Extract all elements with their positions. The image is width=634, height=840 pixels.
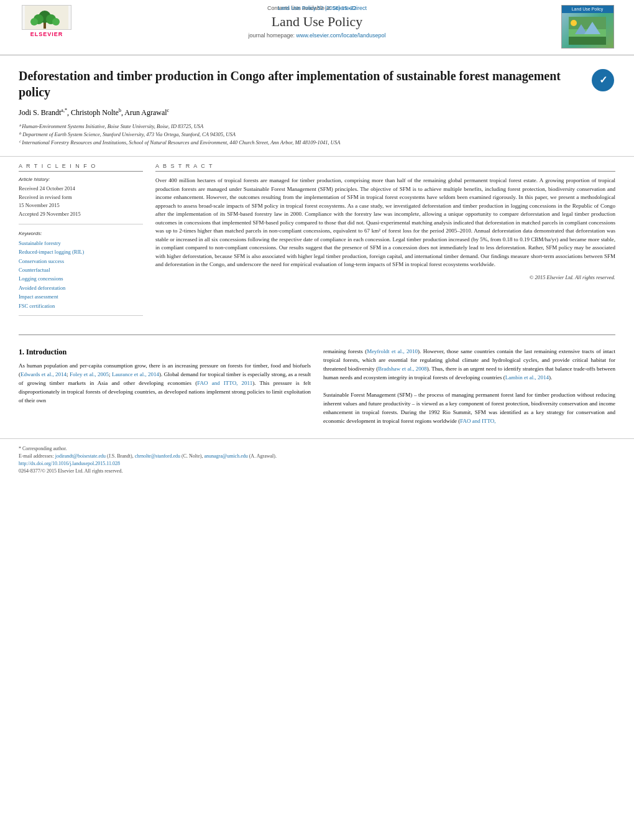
journal-logo: Land Use Policy [559, 5, 615, 48]
keywords-list: Sustainable forestry Reduced-impact logg… [19, 239, 143, 311]
journal-reference: Land Use Policy 52 (2016) 15–22 [278, 5, 356, 11]
svg-point-12 [571, 20, 577, 26]
elsevier-logo: ELSEVIER [19, 5, 75, 39]
keyword-2: Reduced-impact logging (RIL) [19, 247, 143, 256]
received-date-1: Received 24 October 2014 [19, 185, 143, 193]
ref-fao-itto[interactable]: FAO and ITTO, 2011 [197, 380, 252, 386]
keyword-7: Impact assessment [19, 292, 143, 301]
ref-lambin[interactable]: Lambin et al., 2014 [505, 374, 549, 381]
keywords-label: Keywords: [19, 231, 143, 236]
keyword-1: Sustainable forestry [19, 239, 143, 247]
section-divider [19, 335, 615, 335]
author-a-name: Jodi S. Brandt [19, 108, 61, 117]
abstract-text: Over 400 million hectares of tropical fo… [155, 177, 615, 269]
keywords-group: Keywords: Sustainable forestry Reduced-i… [19, 231, 143, 316]
article-history: Article history: Received 24 October 201… [19, 177, 143, 224]
intro-right-text: remaining forests (Meyfroldt et al., 201… [323, 348, 615, 425]
article-title-text: Deforestation and timber production in C… [19, 69, 561, 99]
affiliation-a: ᵃ Human-Environment Systems Initiative, … [19, 122, 615, 131]
ref-meyfroldt[interactable]: Meyfroldt et al., 2010 [367, 348, 418, 354]
crossmark-badge: ✓ [590, 68, 615, 93]
keyword-3: Conservation success [19, 257, 143, 265]
keyword-8: FSC certification [19, 302, 143, 310]
page: Land Use Policy 52 (2016) 15–22 [0, 0, 634, 840]
journal-logo-label: Land Use Policy [562, 6, 613, 13]
intro-left-text: As human population and per-capita consu… [19, 362, 311, 405]
email-nolte[interactable]: chrnolte@stanford.edu [135, 453, 180, 459]
main-col-left: 1. Introduction As human population and … [19, 348, 311, 425]
affiliation-b: ᵇ Department of Earth System Science, St… [19, 131, 615, 139]
author-c-name: Arun Agrawal [124, 108, 167, 117]
received-date-2: 15 November 2015 [19, 201, 143, 210]
crossmark-icon: ✓ [592, 69, 614, 91]
author-c-sup: c [167, 108, 170, 113]
journal-logo-box: Land Use Policy [561, 5, 614, 48]
journal-title-header: Land Use Policy [87, 14, 547, 30]
crossmark-svg: ✓ [593, 70, 613, 90]
homepage-url[interactable]: www.elsevier.com/locate/landusepol [296, 32, 386, 39]
page-footer: * Corresponding author. E-mail addresses… [0, 438, 634, 480]
brandt-name: (J.S. Brandt) [107, 453, 132, 459]
corresponding-author-label: * Corresponding author. [19, 446, 67, 451]
authors-line: Jodi S. Brandta,*, Christoph Nolteb, Aru… [19, 108, 615, 118]
keyword-5: Logging concessions [19, 274, 143, 283]
email-label: E-mail addresses: [19, 453, 54, 459]
main-content: 1. Introduction As human population and … [0, 341, 634, 432]
email-note: E-mail addresses: jodirandt@boisestate.e… [19, 453, 615, 460]
ref-edwards[interactable]: Edwards et al., 2014 [21, 371, 67, 377]
history-label: Article history: [19, 177, 143, 182]
svg-point-5 [30, 18, 38, 25]
journal-header: Land Use Policy 52 (2016) 15–22 [0, 0, 634, 55]
article-header: Deforestation and timber production in C… [0, 55, 634, 157]
accepted-date: Accepted 29 November 2015 [19, 210, 143, 219]
keyword-6: Avoided deforestation [19, 284, 143, 292]
elsevier-tree-svg [25, 6, 68, 29]
affiliations: ᵃ Human-Environment Systems Initiative, … [19, 122, 615, 146]
section-title-text: Introduction [26, 348, 67, 356]
issn-note: 0264-8377/© 2015 Elsevier Ltd. All right… [19, 468, 615, 475]
journal-logo-image [562, 13, 613, 48]
agrawal-name: (A. Agrawal). [249, 453, 277, 459]
ref-fao-itto-2[interactable]: FAO and ITTO, [460, 418, 495, 424]
author-b-sup: b [119, 108, 121, 113]
svg-point-6 [52, 18, 60, 25]
intro-section-title: 1. Introduction [19, 348, 311, 357]
author-a-sup: a,* [61, 108, 67, 113]
article-title: Deforestation and timber production in C… [19, 68, 615, 100]
ref-foley[interactable]: Foley et al., 2005 [70, 371, 109, 377]
main-col-right: remaining forests (Meyfroldt et al., 201… [323, 348, 615, 425]
ref-bradshaw[interactable]: Bradshaw et al., 2008 [378, 366, 427, 372]
abstract-column: A B S T R A C T Over 400 million hectare… [155, 163, 615, 322]
doi-note: http://dx.doi.org/10.1016/j.landusepol.2… [19, 460, 615, 468]
corresponding-author-note: * Corresponding author. [19, 445, 615, 453]
email-agrawal[interactable]: anunagra@umich.edu [204, 453, 247, 459]
article-info-header: A R T I C L E I N F O [19, 163, 143, 172]
ref-laurance[interactable]: Laurance et al., 2014 [112, 371, 159, 377]
nolte-name: (C. Nolte), [181, 453, 203, 459]
received-in-revised-label: Received in revised form [19, 193, 143, 202]
header-top: ELSEVIER Contents lists available at Sci… [19, 5, 615, 48]
elsevier-text: ELSEVIER [30, 31, 63, 37]
email-brandt[interactable]: jodirandt@boisestate.edu [55, 453, 106, 459]
doi-link[interactable]: http://dx.doi.org/10.1016/j.landusepol.2… [19, 461, 120, 466]
author-b-name: Christoph Nolte [71, 108, 119, 117]
journal-cover-svg [569, 17, 606, 45]
elsevier-tree-image [22, 5, 71, 30]
received-dates: Received 24 October 2014 Received in rev… [19, 185, 143, 218]
journal-homepage: journal homepage: www.elsevier.com/locat… [87, 32, 547, 39]
affiliation-c: ᶜ International Forestry Resources and I… [19, 139, 615, 147]
svg-text:✓: ✓ [599, 75, 607, 85]
keyword-4: Counterfactual [19, 265, 143, 274]
article-info-column: A R T I C L E I N F O Article history: R… [19, 163, 143, 322]
copyright-notice: © 2015 Elsevier Ltd. All rights reserved… [155, 274, 615, 280]
section-number: 1. [19, 348, 24, 356]
article-info-abstract: A R T I C L E I N F O Article history: R… [0, 157, 634, 328]
abstract-header: A B S T R A C T [155, 163, 615, 172]
